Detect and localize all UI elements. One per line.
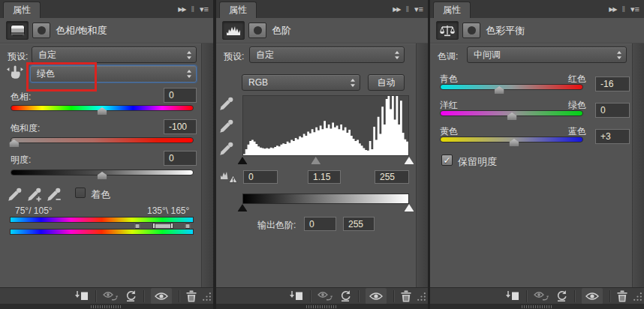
view-previous-state-icon[interactable] bbox=[317, 290, 333, 303]
panel-drag-handle[interactable] bbox=[306, 305, 338, 308]
collapse-panel-icon[interactable]: ▶▶ bbox=[393, 6, 400, 13]
reset-icon[interactable] bbox=[339, 290, 351, 303]
spinner-arrows-icon bbox=[350, 78, 356, 90]
range-start-handle[interactable] bbox=[152, 223, 155, 229]
spinner-arrows-icon bbox=[394, 50, 400, 62]
clip-to-layer-icon[interactable] bbox=[290, 290, 303, 303]
resize-grip-icon[interactable] bbox=[417, 291, 426, 304]
levels-adjustment-icon[interactable] bbox=[222, 21, 245, 40]
scrollbar-track[interactable] bbox=[632, 44, 644, 287]
channel-dropdown[interactable]: RGB bbox=[242, 74, 360, 91]
lightness-slider-thumb[interactable] bbox=[98, 172, 107, 179]
yellow-blue-slider-thumb[interactable] bbox=[509, 139, 519, 146]
eyedropper-icon[interactable] bbox=[8, 187, 24, 202]
colorize-checkbox[interactable] bbox=[75, 188, 86, 198]
saturation-slider-thumb[interactable] bbox=[9, 140, 19, 147]
saturation-value-input[interactable]: -100 bbox=[164, 119, 197, 134]
input-highlight-slider[interactable] bbox=[405, 157, 414, 164]
panel-drag-handle[interactable] bbox=[522, 305, 553, 308]
yellow-blue-slider[interactable] bbox=[440, 136, 583, 142]
delete-icon[interactable] bbox=[401, 290, 411, 303]
cyan-red-slider[interactable] bbox=[440, 84, 583, 90]
output-highlight-slider[interactable] bbox=[405, 204, 414, 212]
collapse-panel-icon[interactable]: ▶▶ bbox=[178, 6, 185, 13]
hue-ramp-bottom bbox=[10, 229, 194, 235]
hue-ramp-top bbox=[10, 217, 194, 223]
properties-panels: 属性 ▶▶ ‖ ▾≡ 色相/饱和度 预设: 自定 bbox=[0, 0, 644, 309]
white-point-eyedropper-icon[interactable] bbox=[219, 141, 236, 156]
input-shadow-value[interactable]: 0 bbox=[243, 170, 278, 184]
lightness-value-input[interactable]: 0 bbox=[164, 151, 197, 166]
visibility-icon[interactable] bbox=[151, 288, 172, 304]
output-shadow-value[interactable]: 0 bbox=[304, 217, 336, 231]
range-end-handle[interactable] bbox=[170, 223, 173, 229]
input-shadow-slider[interactable] bbox=[238, 157, 248, 164]
range-falloff-right-handle[interactable] bbox=[185, 224, 191, 229]
panel-menu-icon[interactable]: ▾≡ bbox=[414, 4, 423, 14]
range-right-label: 135°\ 165° bbox=[147, 206, 189, 216]
lightness-slider[interactable] bbox=[11, 170, 194, 176]
view-previous-state-icon[interactable] bbox=[534, 290, 549, 303]
range-bar[interactable] bbox=[154, 224, 172, 228]
tab-bar: 属性 ▶▶ ‖ ▾≡ bbox=[0, 0, 213, 18]
output-levels-gradient bbox=[242, 194, 409, 204]
layer-mask-icon[interactable] bbox=[462, 22, 480, 38]
visibility-icon[interactable] bbox=[582, 288, 603, 304]
auto-button[interactable]: 自动 bbox=[368, 74, 405, 91]
panel-color-balance: 属性 ▶▶ ‖ ▾≡ 色彩平衡 色调: 中间调 青色 红色 -16 洋红 bbox=[430, 0, 644, 309]
levels-histogram bbox=[242, 95, 409, 156]
clip-to-layer-icon[interactable] bbox=[506, 290, 519, 303]
resize-grip-icon[interactable] bbox=[202, 291, 212, 304]
preserve-luminosity-checkbox[interactable]: ✓ bbox=[441, 154, 453, 166]
visibility-icon[interactable] bbox=[366, 288, 387, 304]
range-falloff-left-handle[interactable] bbox=[135, 224, 140, 229]
scrollbar-track[interactable] bbox=[416, 44, 428, 287]
output-shadow-slider[interactable] bbox=[238, 204, 248, 212]
targeted-adjustment-icon[interactable] bbox=[6, 65, 23, 80]
tab-separator-icon: ‖ bbox=[191, 4, 195, 14]
eyedropper-plus-icon[interactable] bbox=[27, 187, 44, 202]
reset-icon[interactable] bbox=[555, 290, 567, 303]
hue-slider-thumb[interactable] bbox=[98, 107, 107, 115]
magenta-green-value-input[interactable]: 0 bbox=[595, 103, 630, 118]
view-previous-state-icon[interactable] bbox=[103, 290, 118, 303]
input-highlight-value[interactable]: 255 bbox=[375, 170, 409, 184]
hue-saturation-adjustment-icon[interactable] bbox=[6, 21, 29, 40]
preset-dropdown[interactable]: 自定 bbox=[249, 46, 405, 63]
saturation-slider[interactable] bbox=[11, 137, 194, 143]
cyan-red-value-input[interactable]: -16 bbox=[595, 76, 630, 92]
hue-value-input[interactable]: 0 bbox=[164, 88, 197, 103]
delete-icon[interactable] bbox=[186, 290, 197, 303]
panel-menu-icon[interactable]: ▾≡ bbox=[630, 4, 639, 14]
cyan-red-slider-thumb[interactable] bbox=[495, 86, 504, 94]
reset-icon[interactable] bbox=[125, 290, 137, 303]
tab-properties[interactable]: 属性 bbox=[219, 2, 257, 18]
tab-properties[interactable]: 属性 bbox=[3, 2, 41, 18]
delete-icon[interactable] bbox=[617, 290, 627, 303]
magenta-green-slider[interactable] bbox=[440, 110, 583, 116]
input-midtone-value[interactable]: 1.15 bbox=[308, 170, 341, 184]
eyedropper-minus-icon[interactable] bbox=[47, 187, 63, 202]
magenta-green-slider-thumb[interactable] bbox=[507, 112, 517, 120]
tone-dropdown[interactable]: 中间调 bbox=[467, 46, 627, 63]
layer-mask-icon[interactable] bbox=[248, 22, 266, 38]
scrollbar-track[interactable] bbox=[201, 44, 213, 287]
tab-properties[interactable]: 属性 bbox=[433, 2, 471, 18]
input-midtone-slider[interactable] bbox=[311, 157, 320, 164]
preset-dropdown[interactable]: 自定 bbox=[32, 46, 197, 63]
panel-drag-handle[interactable] bbox=[91, 305, 122, 308]
output-highlight-value[interactable]: 255 bbox=[343, 217, 375, 231]
yellow-blue-value-input[interactable]: +3 bbox=[595, 129, 630, 144]
layer-mask-icon[interactable] bbox=[32, 22, 50, 38]
panel-menu-icon[interactable]: ▾≡ bbox=[200, 4, 209, 14]
panel-levels: 属性 ▶▶ ‖ ▾≡ 色阶 预设: 自定 RGB 自动 bbox=[216, 0, 428, 309]
hue-slider[interactable] bbox=[11, 105, 194, 111]
collapse-panel-icon[interactable]: ▶▶ bbox=[609, 6, 616, 13]
histogram-warning-icon[interactable] bbox=[220, 170, 239, 187]
clip-to-layer-icon[interactable] bbox=[75, 290, 89, 303]
resize-grip-icon[interactable] bbox=[633, 291, 642, 304]
black-point-eyedropper-icon[interactable] bbox=[219, 96, 236, 111]
hue-label: 色相: bbox=[11, 91, 31, 104]
gray-point-eyedropper-icon[interactable] bbox=[219, 118, 236, 134]
color-balance-adjustment-icon[interactable] bbox=[436, 21, 459, 40]
